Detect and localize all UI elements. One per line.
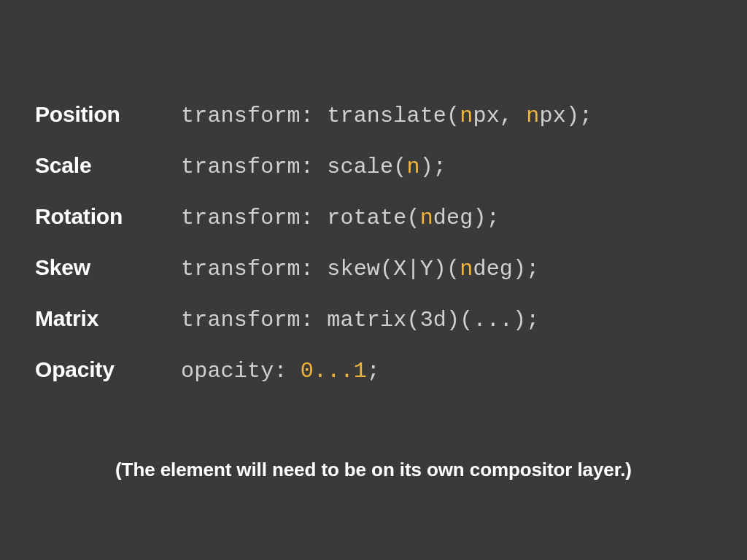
footnote: (The element will need to be on its own … [0, 459, 747, 481]
row-label: Scale [35, 153, 181, 178]
code-segment: deg); [433, 206, 500, 230]
row-code: opacity: 0...1; [181, 359, 712, 384]
code-segment: transform: scale( [181, 155, 406, 179]
code-segment: n [460, 104, 473, 128]
properties-table: Positiontransform: translate(npx, npx);S… [35, 102, 712, 384]
row-label: Matrix [35, 306, 181, 331]
row-code: transform: rotate(ndeg); [181, 206, 712, 230]
row-label: Opacity [35, 357, 181, 382]
code-segment: ; [367, 359, 380, 384]
code-segment: transform: skew(X|Y)( [181, 257, 460, 281]
code-segment: opacity: [181, 359, 301, 384]
code-segment: n [460, 257, 473, 281]
row-code: transform: scale(n); [181, 155, 712, 179]
row-label: Skew [35, 255, 181, 280]
row-label: Rotation [35, 204, 181, 229]
code-segment: 0...1 [301, 359, 367, 384]
row-code: transform: skew(X|Y)(ndeg); [181, 257, 712, 281]
code-segment: px, [473, 104, 526, 128]
code-segment: transform: rotate( [181, 206, 420, 230]
code-segment: n [406, 155, 419, 179]
row-label: Position [35, 102, 181, 127]
code-segment: transform: translate( [181, 104, 460, 128]
code-segment: n [420, 206, 433, 230]
code-segment: n [526, 104, 539, 128]
code-segment: ); [420, 155, 446, 179]
row-code: transform: translate(npx, npx); [181, 104, 712, 128]
code-segment: deg); [473, 257, 539, 281]
code-segment: px); [539, 104, 592, 128]
row-code: transform: matrix(3d)(...); [181, 308, 712, 332]
code-segment: transform: matrix(3d)(...); [181, 308, 539, 332]
